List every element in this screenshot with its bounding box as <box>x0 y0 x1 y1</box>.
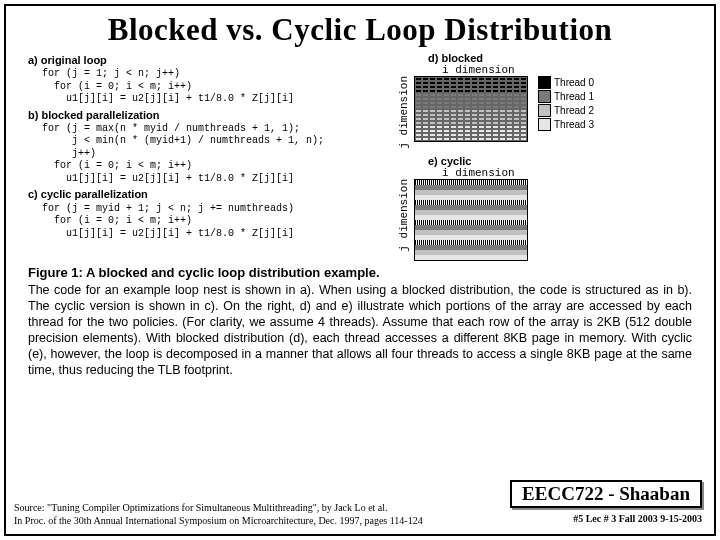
swatch-t2 <box>538 104 551 117</box>
swatch-t3 <box>538 118 551 131</box>
legend-t2: Thread 2 <box>554 105 594 116</box>
code-b: for (j = max(n * myid / numthreads + 1, … <box>42 123 398 186</box>
thread-legend: Thread 0 Thread 1 Thread 2 Thread 3 <box>538 76 594 131</box>
legend-row: Thread 2 <box>538 104 594 117</box>
cyclic-diagram: j dimension <box>398 179 698 261</box>
code-column: a) original loop for (j = 1; j < n; j++)… <box>28 52 398 261</box>
figure-caption-title: Figure 1: A blocked and cyclic loop dist… <box>28 265 692 280</box>
course-box: EECC722 - Shaaban <box>510 480 702 508</box>
source-line2: In Proc. of the 30th Annual Internationa… <box>14 515 423 526</box>
slide-title: Blocked vs. Cyclic Loop Distribution <box>6 12 714 48</box>
blocked-grid <box>414 76 528 142</box>
blocked-diagram: j dimension Thread 0 Thread 1 Thread 2 T… <box>398 76 698 149</box>
label-b: b) blocked parallelization <box>28 109 398 122</box>
diagram-column: d) blocked i dimension j dimension Threa… <box>398 52 698 261</box>
cyclic-stripes <box>414 179 528 261</box>
slide-frame: Blocked vs. Cyclic Loop Distribution a) … <box>4 4 716 536</box>
source-citation: Source: "Tuning Compiler Optimizations f… <box>14 502 444 527</box>
legend-t0: Thread 0 <box>554 77 594 88</box>
i-dimension-e: i dimension <box>442 167 698 179</box>
label-c: c) cyclic parallelization <box>28 188 398 201</box>
swatch-t0 <box>538 76 551 89</box>
j-dimension-e: j dimension <box>398 179 410 252</box>
content-row: a) original loop for (j = 1; j < n; j++)… <box>28 52 698 261</box>
code-c: for (j = myid + 1; j < n; j += numthread… <box>42 203 398 241</box>
legend-row: Thread 0 <box>538 76 594 89</box>
figure-caption-text: The code for an example loop nest is sho… <box>28 282 692 378</box>
legend-row: Thread 1 <box>538 90 594 103</box>
legend-row: Thread 3 <box>538 118 594 131</box>
source-line1: Source: "Tuning Compiler Optimizations f… <box>14 502 388 513</box>
legend-t3: Thread 3 <box>554 119 594 130</box>
label-e: e) cyclic <box>428 155 698 167</box>
legend-t1: Thread 1 <box>554 91 594 102</box>
i-dimension-d: i dimension <box>442 64 698 76</box>
label-d: d) blocked <box>428 52 698 64</box>
j-dimension-d: j dimension <box>398 76 410 149</box>
footer-meta: #5 Lec # 3 Fall 2003 9-15-2003 <box>573 513 702 524</box>
code-a: for (j = 1; j < n; j++) for (i = 0; i < … <box>42 68 398 106</box>
label-a: a) original loop <box>28 54 398 67</box>
swatch-t1 <box>538 90 551 103</box>
